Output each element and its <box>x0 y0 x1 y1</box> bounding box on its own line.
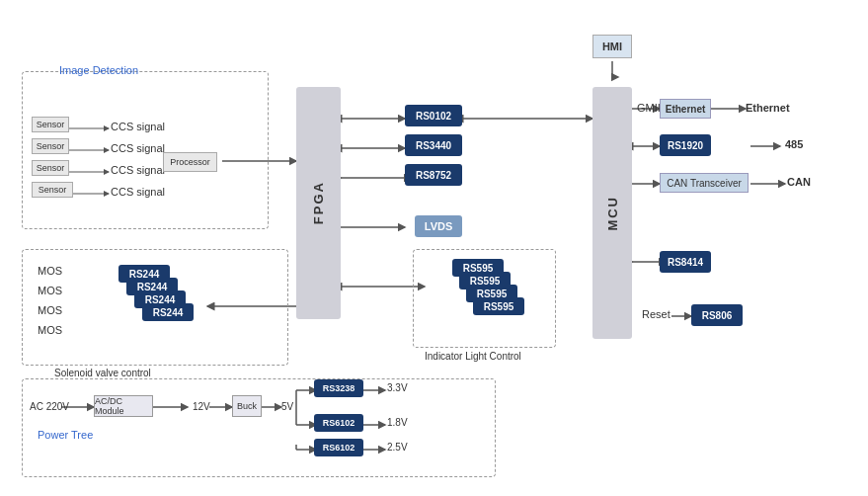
v5-label: 5V <box>281 401 293 412</box>
ccs-signal-2: CCS signal <box>111 142 165 154</box>
power-tree-label: Power Tree <box>38 429 93 441</box>
v25-label: 2.5V <box>387 442 408 453</box>
power-tree-box <box>22 378 496 477</box>
hmi-box: HMI <box>592 35 632 58</box>
chip-rs3238: RS3238 <box>314 379 363 397</box>
sensor-box-2: Sensor <box>32 138 69 154</box>
mos-label-3: MOS <box>38 304 62 316</box>
mos-label-1: MOS <box>38 265 62 277</box>
image-detection-label: Image Detection <box>59 64 138 76</box>
system-diagram: Image Detection Sensor Sensor Sensor Sen… <box>0 0 868 496</box>
solenoid-label: Solenoid valve control <box>54 368 151 378</box>
chip-rs6102-1: RS6102 <box>314 414 363 432</box>
chip-lvds: LVDS <box>415 215 462 237</box>
v18-label: 1.8V <box>387 417 408 428</box>
chip-rs0102: RS0102 <box>405 105 462 126</box>
mos-label-2: MOS <box>38 285 62 296</box>
ethernet-right-label: Ethernet <box>746 102 790 114</box>
chip-rs8752: RS8752 <box>405 164 462 186</box>
reset-label: Reset <box>642 308 671 320</box>
mcu-label: MCU <box>605 196 620 231</box>
can-label: CAN <box>787 176 811 188</box>
chip-rs595-1: RS595 <box>452 259 504 277</box>
chip-rs3440: RS3440 <box>405 134 462 156</box>
ccs-signal-3: CCS signal <box>111 164 165 176</box>
ac-220v-label: AC 220V <box>30 401 69 412</box>
gmii-label: GMII <box>637 102 661 114</box>
sensor-box-3: Sensor <box>32 160 69 176</box>
chip-rs806: RS806 <box>691 304 743 326</box>
chip-rs244-1: RS244 <box>118 265 170 283</box>
v485-label: 485 <box>785 138 803 150</box>
ccs-signal-4: CCS signal <box>111 186 165 198</box>
indicator-light-label: Indicator Light Control <box>425 351 521 362</box>
ccs-signal-1: CCS signal <box>111 121 165 132</box>
acdc-module-box: AC/DC Module <box>94 395 153 417</box>
can-transceiver-box: CAN Transceiver <box>660 173 749 193</box>
chip-rs6102-2: RS6102 <box>314 439 363 456</box>
processor-box: Processor <box>163 152 217 172</box>
ethernet-chip-box: Ethernet <box>660 99 711 119</box>
v33-label: 3.3V <box>387 382 408 393</box>
chip-rs1920: RS1920 <box>660 134 711 156</box>
mcu-block: MCU <box>592 87 632 339</box>
fpga-label: FPGA <box>311 181 326 224</box>
mos-label-4: MOS <box>38 324 62 336</box>
fpga-block: FPGA <box>296 87 341 319</box>
sensor-box-1: Sensor <box>32 117 69 132</box>
v12-label: 12V <box>193 401 210 412</box>
sensor-box-4: Sensor <box>32 182 73 198</box>
chip-rs8414: RS8414 <box>660 251 711 273</box>
buck-box: Buck <box>232 395 262 417</box>
